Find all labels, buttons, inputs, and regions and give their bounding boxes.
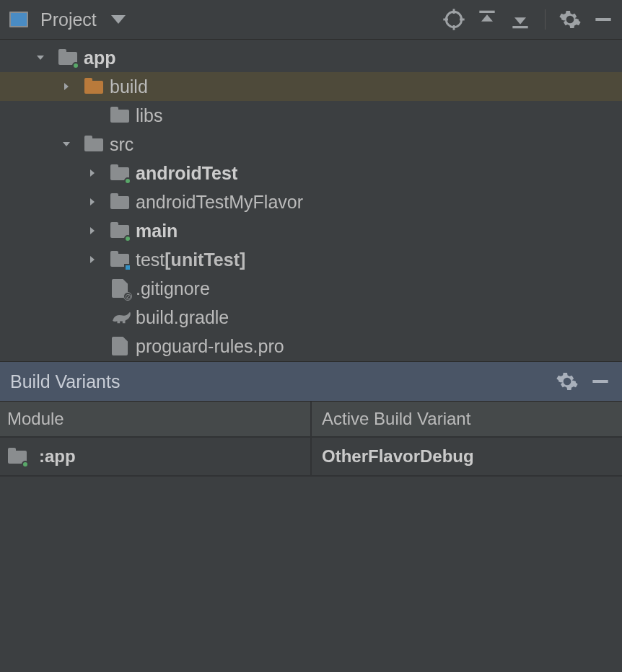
- column-header-module[interactable]: Module: [0, 402, 312, 438]
- folder-grey-icon: [84, 134, 104, 154]
- chevron-right-icon[interactable]: [59, 79, 74, 94]
- tree-item[interactable]: libs: [0, 101, 622, 130]
- chevron-placeholder: [85, 310, 100, 324]
- tree-item-label: src: [110, 134, 133, 155]
- folder-grey-icon: [110, 192, 130, 212]
- build-variants-title: Build Variants: [10, 371, 120, 392]
- variant-name: OtherFlavorDebug: [322, 446, 474, 467]
- build-variants-table: Module Active Build Variant :app OtherFl…: [0, 402, 622, 477]
- column-header-variant[interactable]: Active Build Variant: [312, 402, 622, 438]
- minimize-icon[interactable]: [592, 8, 615, 31]
- module-folder-icon: [7, 446, 27, 467]
- tree-item[interactable]: build.gradle: [0, 303, 622, 332]
- tree-item[interactable]: proguard-rules.pro: [0, 332, 622, 361]
- module-name: :app: [39, 446, 76, 467]
- project-tree[interactable]: appbuildlibssrcandroidTestandroidTestMyF…: [0, 40, 622, 362]
- module-cell[interactable]: :app: [0, 438, 312, 477]
- tree-item-label: androidTest: [136, 163, 237, 184]
- chevron-down-icon[interactable]: [59, 137, 74, 151]
- chevron-right-icon[interactable]: [85, 166, 100, 180]
- chevron-placeholder: [85, 108, 100, 123]
- chevron-right-icon[interactable]: [85, 195, 100, 209]
- tree-item-label: .gitignore: [136, 278, 210, 299]
- tree-item[interactable]: ⊘.gitignore: [0, 274, 622, 303]
- tree-item-suffix: [unitTest]: [165, 249, 245, 270]
- chevron-right-icon[interactable]: [85, 252, 100, 267]
- project-panel-header: Project: [0, 0, 622, 40]
- module-folder-icon: [110, 163, 130, 183]
- folder-orange-icon: [84, 76, 104, 97]
- tree-item[interactable]: test [unitTest]: [0, 245, 622, 274]
- module-folder-icon: [58, 48, 78, 68]
- header-divider: [545, 9, 546, 30]
- chevron-placeholder: [85, 281, 100, 296]
- expand-all-icon[interactable]: [476, 8, 499, 31]
- gradle-icon: [110, 307, 130, 327]
- variant-cell[interactable]: OtherFlavorDebug: [312, 438, 622, 477]
- test-folder-icon: [110, 249, 130, 270]
- tree-item-label: libs: [136, 105, 163, 126]
- gear-icon[interactable]: [559, 8, 582, 31]
- tree-item[interactable]: build: [0, 72, 622, 101]
- collapse-all-icon[interactable]: [509, 8, 532, 31]
- tree-item-label: build.gradle: [136, 307, 229, 328]
- tree-item-label: test: [136, 249, 165, 270]
- chevron-down-icon[interactable]: [33, 50, 48, 65]
- view-mode-dropdown-icon[interactable]: [107, 8, 130, 31]
- build-variants-header: Build Variants: [0, 362, 622, 402]
- column-header-label: Module: [7, 409, 64, 429]
- chevron-placeholder: [85, 339, 100, 353]
- table-row: :app OtherFlavorDebug: [0, 438, 622, 477]
- svg-point-0: [446, 12, 461, 27]
- tree-item[interactable]: main: [0, 216, 622, 245]
- file-ignore-icon: ⊘: [110, 278, 130, 299]
- folder-grey-icon: [110, 105, 130, 125]
- tree-item[interactable]: app: [0, 43, 622, 72]
- tree-item-label: proguard-rules.pro: [136, 336, 284, 357]
- tree-item[interactable]: src: [0, 130, 622, 159]
- tree-item-label: main: [136, 221, 178, 242]
- file-icon: [110, 336, 130, 356]
- project-view-icon[interactable]: [7, 8, 30, 31]
- empty-area: [0, 477, 622, 672]
- gear-icon[interactable]: [556, 370, 579, 393]
- module-folder-icon: [110, 221, 130, 241]
- chevron-right-icon[interactable]: [85, 224, 100, 238]
- column-header-label: Active Build Variant: [322, 409, 470, 429]
- tree-item-label: androidTestMyFlavor: [136, 192, 303, 213]
- tree-item[interactable]: androidTestMyFlavor: [0, 187, 622, 216]
- tree-item[interactable]: androidTest: [0, 159, 622, 187]
- minimize-icon[interactable]: [589, 370, 612, 393]
- locate-icon[interactable]: [442, 8, 465, 31]
- project-panel-title[interactable]: Project: [40, 9, 97, 30]
- table-header-row: Module Active Build Variant: [0, 402, 622, 438]
- tree-item-label: build: [110, 76, 148, 97]
- tree-item-label: app: [84, 48, 115, 68]
